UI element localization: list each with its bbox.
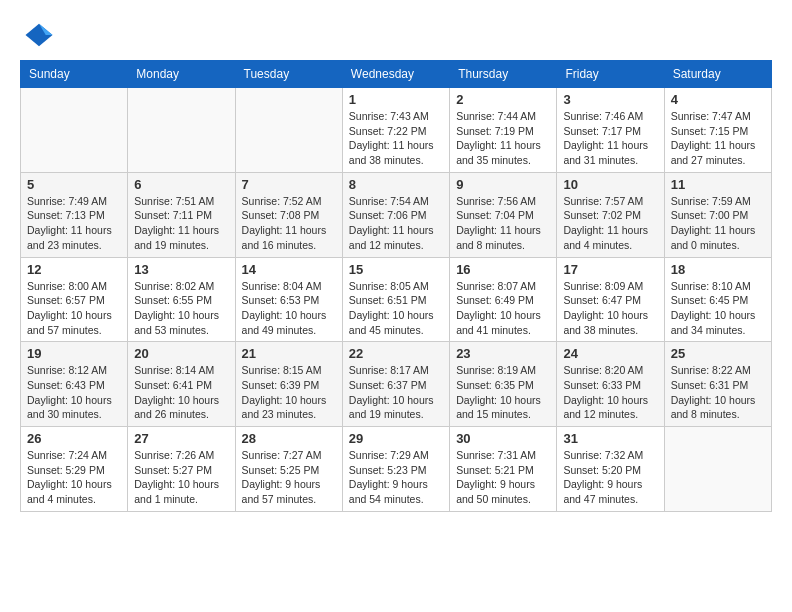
calendar-day-cell: 1Sunrise: 7:43 AM Sunset: 7:22 PM Daylig… [342,88,449,173]
calendar-day-cell: 4Sunrise: 7:47 AM Sunset: 7:15 PM Daylig… [664,88,771,173]
calendar-day-header: Saturday [664,61,771,88]
calendar-day-cell: 10Sunrise: 7:57 AM Sunset: 7:02 PM Dayli… [557,172,664,257]
calendar-day-header: Monday [128,61,235,88]
day-info: Sunrise: 8:19 AM Sunset: 6:35 PM Dayligh… [456,363,550,422]
day-number: 22 [349,346,443,361]
day-info: Sunrise: 8:15 AM Sunset: 6:39 PM Dayligh… [242,363,336,422]
calendar-day-cell: 17Sunrise: 8:09 AM Sunset: 6:47 PM Dayli… [557,257,664,342]
calendar-day-cell: 28Sunrise: 7:27 AM Sunset: 5:25 PM Dayli… [235,427,342,512]
day-info: Sunrise: 7:56 AM Sunset: 7:04 PM Dayligh… [456,194,550,253]
day-info: Sunrise: 7:44 AM Sunset: 7:19 PM Dayligh… [456,109,550,168]
calendar-day-cell: 31Sunrise: 7:32 AM Sunset: 5:20 PM Dayli… [557,427,664,512]
calendar-day-cell: 7Sunrise: 7:52 AM Sunset: 7:08 PM Daylig… [235,172,342,257]
day-info: Sunrise: 7:24 AM Sunset: 5:29 PM Dayligh… [27,448,121,507]
day-info: Sunrise: 7:31 AM Sunset: 5:21 PM Dayligh… [456,448,550,507]
day-info: Sunrise: 7:52 AM Sunset: 7:08 PM Dayligh… [242,194,336,253]
calendar-day-cell: 18Sunrise: 8:10 AM Sunset: 6:45 PM Dayli… [664,257,771,342]
day-number: 28 [242,431,336,446]
day-info: Sunrise: 7:47 AM Sunset: 7:15 PM Dayligh… [671,109,765,168]
calendar-day-cell [664,427,771,512]
calendar-day-cell: 3Sunrise: 7:46 AM Sunset: 7:17 PM Daylig… [557,88,664,173]
day-info: Sunrise: 7:32 AM Sunset: 5:20 PM Dayligh… [563,448,657,507]
calendar-day-cell [21,88,128,173]
day-number: 29 [349,431,443,446]
day-info: Sunrise: 8:17 AM Sunset: 6:37 PM Dayligh… [349,363,443,422]
calendar-week-row: 12Sunrise: 8:00 AM Sunset: 6:57 PM Dayli… [21,257,772,342]
calendar-day-cell: 26Sunrise: 7:24 AM Sunset: 5:29 PM Dayli… [21,427,128,512]
day-number: 25 [671,346,765,361]
day-info: Sunrise: 7:43 AM Sunset: 7:22 PM Dayligh… [349,109,443,168]
calendar-day-header: Tuesday [235,61,342,88]
day-number: 5 [27,177,121,192]
calendar-day-cell: 15Sunrise: 8:05 AM Sunset: 6:51 PM Dayli… [342,257,449,342]
day-number: 21 [242,346,336,361]
day-number: 26 [27,431,121,446]
calendar-day-cell [235,88,342,173]
calendar-day-cell: 29Sunrise: 7:29 AM Sunset: 5:23 PM Dayli… [342,427,449,512]
calendar-week-row: 26Sunrise: 7:24 AM Sunset: 5:29 PM Dayli… [21,427,772,512]
day-number: 4 [671,92,765,107]
calendar-day-cell: 13Sunrise: 8:02 AM Sunset: 6:55 PM Dayli… [128,257,235,342]
day-number: 16 [456,262,550,277]
calendar-day-cell: 11Sunrise: 7:59 AM Sunset: 7:00 PM Dayli… [664,172,771,257]
day-number: 20 [134,346,228,361]
calendar-day-cell: 16Sunrise: 8:07 AM Sunset: 6:49 PM Dayli… [450,257,557,342]
day-number: 8 [349,177,443,192]
day-number: 6 [134,177,228,192]
calendar-table: SundayMondayTuesdayWednesdayThursdayFrid… [20,60,772,512]
day-number: 1 [349,92,443,107]
calendar-day-header: Wednesday [342,61,449,88]
day-info: Sunrise: 7:59 AM Sunset: 7:00 PM Dayligh… [671,194,765,253]
day-number: 19 [27,346,121,361]
day-info: Sunrise: 7:54 AM Sunset: 7:06 PM Dayligh… [349,194,443,253]
calendar-day-cell: 22Sunrise: 8:17 AM Sunset: 6:37 PM Dayli… [342,342,449,427]
day-info: Sunrise: 8:20 AM Sunset: 6:33 PM Dayligh… [563,363,657,422]
calendar-day-cell: 19Sunrise: 8:12 AM Sunset: 6:43 PM Dayli… [21,342,128,427]
day-number: 27 [134,431,228,446]
day-number: 10 [563,177,657,192]
day-number: 30 [456,431,550,446]
day-info: Sunrise: 8:14 AM Sunset: 6:41 PM Dayligh… [134,363,228,422]
calendar-header-row: SundayMondayTuesdayWednesdayThursdayFrid… [21,61,772,88]
day-number: 23 [456,346,550,361]
day-number: 3 [563,92,657,107]
day-number: 17 [563,262,657,277]
day-info: Sunrise: 8:00 AM Sunset: 6:57 PM Dayligh… [27,279,121,338]
day-info: Sunrise: 8:10 AM Sunset: 6:45 PM Dayligh… [671,279,765,338]
day-info: Sunrise: 7:26 AM Sunset: 5:27 PM Dayligh… [134,448,228,507]
day-info: Sunrise: 7:57 AM Sunset: 7:02 PM Dayligh… [563,194,657,253]
day-info: Sunrise: 8:05 AM Sunset: 6:51 PM Dayligh… [349,279,443,338]
day-number: 15 [349,262,443,277]
calendar-day-cell: 14Sunrise: 8:04 AM Sunset: 6:53 PM Dayli… [235,257,342,342]
calendar-day-cell: 20Sunrise: 8:14 AM Sunset: 6:41 PM Dayli… [128,342,235,427]
calendar-day-cell: 6Sunrise: 7:51 AM Sunset: 7:11 PM Daylig… [128,172,235,257]
calendar-day-cell [128,88,235,173]
day-number: 7 [242,177,336,192]
calendar-day-cell: 9Sunrise: 7:56 AM Sunset: 7:04 PM Daylig… [450,172,557,257]
day-number: 11 [671,177,765,192]
day-number: 31 [563,431,657,446]
calendar-day-cell: 8Sunrise: 7:54 AM Sunset: 7:06 PM Daylig… [342,172,449,257]
logo-icon [24,20,54,50]
day-info: Sunrise: 7:46 AM Sunset: 7:17 PM Dayligh… [563,109,657,168]
day-number: 12 [27,262,121,277]
day-info: Sunrise: 8:22 AM Sunset: 6:31 PM Dayligh… [671,363,765,422]
day-number: 13 [134,262,228,277]
calendar-day-cell: 23Sunrise: 8:19 AM Sunset: 6:35 PM Dayli… [450,342,557,427]
calendar-day-cell: 27Sunrise: 7:26 AM Sunset: 5:27 PM Dayli… [128,427,235,512]
day-info: Sunrise: 8:04 AM Sunset: 6:53 PM Dayligh… [242,279,336,338]
calendar-week-row: 1Sunrise: 7:43 AM Sunset: 7:22 PM Daylig… [21,88,772,173]
calendar-day-cell: 25Sunrise: 8:22 AM Sunset: 6:31 PM Dayli… [664,342,771,427]
calendar-day-cell: 12Sunrise: 8:00 AM Sunset: 6:57 PM Dayli… [21,257,128,342]
day-info: Sunrise: 7:27 AM Sunset: 5:25 PM Dayligh… [242,448,336,507]
calendar-day-cell: 21Sunrise: 8:15 AM Sunset: 6:39 PM Dayli… [235,342,342,427]
day-number: 24 [563,346,657,361]
day-number: 2 [456,92,550,107]
day-number: 14 [242,262,336,277]
calendar-day-header: Friday [557,61,664,88]
day-info: Sunrise: 8:09 AM Sunset: 6:47 PM Dayligh… [563,279,657,338]
calendar-day-header: Sunday [21,61,128,88]
day-info: Sunrise: 8:02 AM Sunset: 6:55 PM Dayligh… [134,279,228,338]
day-info: Sunrise: 7:49 AM Sunset: 7:13 PM Dayligh… [27,194,121,253]
calendar-day-cell: 24Sunrise: 8:20 AM Sunset: 6:33 PM Dayli… [557,342,664,427]
